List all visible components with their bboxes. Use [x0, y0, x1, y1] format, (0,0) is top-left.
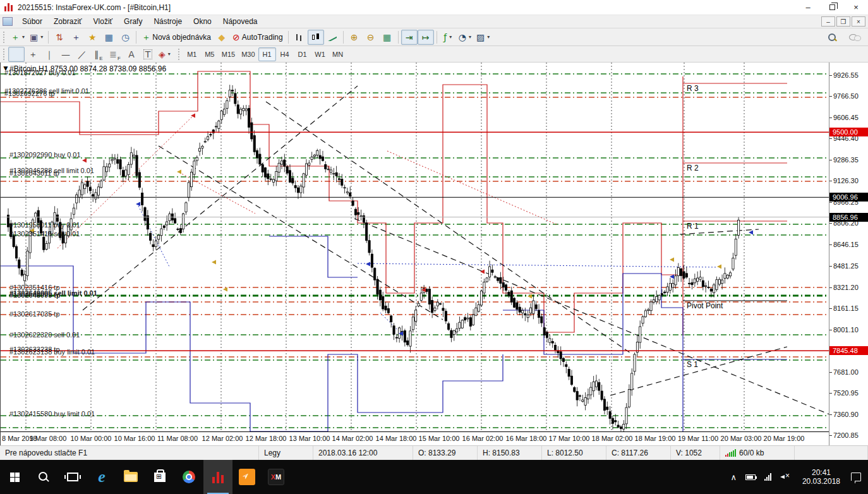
price-tick-label: 7200.85	[833, 431, 859, 439]
timeframe-d1-button[interactable]: D1	[294, 47, 311, 61]
menu-item-zobraziť[interactable]: Zobraziť	[48, 16, 88, 27]
rocket-app-taskbar-button[interactable]	[232, 460, 262, 494]
menu-item-nápoveda[interactable]: Nápoveda	[217, 16, 263, 27]
terminal-button[interactable]: ▦	[100, 30, 117, 45]
battery-icon[interactable]	[742, 460, 759, 494]
trend-line	[83, 86, 358, 310]
zoom-in-button[interactable]: ⊕	[346, 30, 363, 45]
timeframe-w1-button[interactable]: W1	[311, 47, 329, 61]
arrows-tool-button[interactable]: ◈▾	[156, 47, 173, 62]
navigator-button[interactable]: ★	[84, 30, 100, 45]
edge-taskbar-button[interactable]: e	[87, 460, 116, 494]
bar-close-segment: C: 8117.26	[606, 446, 671, 460]
menu-item-okno[interactable]: Okno	[188, 16, 217, 27]
line-chart-button[interactable]	[324, 30, 341, 45]
vertical-line-tool-button[interactable]: ｜	[41, 47, 57, 62]
dropdown-arrow-icon[interactable]: ▾	[449, 34, 452, 40]
new-order-button[interactable]: ＋Nová objednávka	[139, 30, 214, 45]
chart-shift-button[interactable]: ↦	[418, 30, 434, 45]
child-minimize-button[interactable]: –	[821, 16, 835, 27]
restore-icon	[829, 4, 835, 10]
network-icon[interactable]	[761, 460, 775, 494]
volume-muted-icon[interactable]	[777, 460, 795, 494]
periods-button[interactable]: ◔▾	[456, 30, 474, 45]
timeframe-h1-button[interactable]: H1	[258, 47, 276, 61]
timeframe-m15-button[interactable]: M15	[219, 47, 238, 61]
restore-button[interactable]	[820, 0, 844, 15]
text-tool-button[interactable]: A	[123, 47, 140, 62]
tile-windows-button[interactable]: ▦	[379, 30, 395, 45]
autotrading-button[interactable]: ⊘AutoTrading	[230, 30, 286, 45]
new-chart-button[interactable]: ＋▾	[8, 30, 27, 45]
strategy-tester-button[interactable]: ◷	[117, 30, 133, 45]
menu-item-vložiť[interactable]: Vložiť	[88, 16, 119, 27]
cursor-tool-button[interactable]	[8, 47, 25, 62]
metatrader4-taskbar-button[interactable]	[203, 460, 232, 494]
start-button-taskbar-button[interactable]	[0, 460, 29, 494]
text-label-tool-button[interactable]: T	[140, 47, 156, 62]
toolbar-grip[interactable]	[3, 32, 6, 43]
search-button[interactable]	[824, 30, 840, 45]
xm-app-taskbar-button[interactable]: XM	[262, 460, 291, 494]
price-badge: 9500.00	[829, 128, 868, 136]
navigator-icon: ★	[88, 33, 97, 42]
taskbar-clock[interactable]: 20:41 20.03.2018	[797, 468, 845, 486]
account-label: Legy	[264, 449, 280, 457]
taskbar-search-taskbar-button[interactable]	[29, 460, 58, 494]
candlestick-series	[7, 85, 739, 432]
microsoft-store-taskbar-button[interactable]	[145, 460, 174, 494]
close-button[interactable]: ×	[844, 0, 868, 15]
menu-item-grafy[interactable]: Grafy	[118, 16, 148, 27]
timeframe-h4-button[interactable]: H4	[276, 47, 294, 61]
dropdown-arrow-icon[interactable]: ▾	[469, 34, 471, 40]
task-view-taskbar-button[interactable]	[58, 460, 87, 494]
dropdown-arrow-icon[interactable]: ▾	[22, 34, 25, 40]
timeframe-m5-button[interactable]: M5	[201, 47, 219, 61]
drawing-toolbar: ＋｜—／∥E≣FAT◈▾ M1M5M15M30H1H4D1W1MN	[0, 46, 868, 63]
child-restore-button[interactable]: ❒	[836, 16, 850, 27]
timeframe-m30-button[interactable]: M30	[238, 47, 258, 61]
new-chart-icon: ＋	[11, 33, 20, 42]
crosshair-tool-button[interactable]: ＋	[25, 47, 41, 62]
timeframe-m1-button[interactable]: M1	[183, 47, 201, 61]
chart-plot-area[interactable]: ▼#Bitcoin,H1 8753.00 8874.28 8738.09 885…	[0, 63, 829, 445]
fibonacci-tool-icon-subletter: F	[118, 56, 121, 61]
child-close-button[interactable]: ×	[852, 16, 865, 27]
auto-scroll-button[interactable]: ⇥	[401, 30, 418, 45]
dropdown-arrow-icon[interactable]: ▾	[168, 51, 171, 57]
channel-tool-button[interactable]: ∥E	[90, 47, 107, 62]
templates-button[interactable]: ▨▾	[474, 30, 492, 45]
dropdown-arrow-icon[interactable]: ▾	[487, 34, 490, 40]
time-axis[interactable]: 8 Mar 20189 Mar 08:0010 Mar 00:0010 Mar …	[1, 432, 829, 445]
data-window-button[interactable]: ＋	[68, 30, 84, 45]
file-explorer-taskbar-button[interactable]	[116, 460, 145, 494]
minimize-button[interactable]: –	[796, 0, 820, 15]
periods-icon: ◔	[459, 33, 466, 42]
indicators-button[interactable]: ƒ▾	[440, 30, 456, 45]
trend-line	[159, 146, 443, 320]
chat-button[interactable]	[847, 30, 863, 45]
market-watch-button[interactable]: ⇅	[51, 30, 68, 45]
tray-chevron-icon[interactable]: ∧	[727, 460, 740, 494]
chrome-taskbar-button[interactable]	[174, 460, 203, 494]
chart-window-icon[interactable]	[3, 17, 13, 26]
bar-high-segment: H: 8150.83	[478, 446, 542, 460]
bar-chart-button[interactable]	[291, 30, 308, 45]
chart-profiles-button[interactable]: ▣▾	[27, 30, 45, 45]
expert-advisors-button[interactable]: ◆	[214, 30, 230, 45]
candlestick-chart-button[interactable]	[308, 30, 324, 45]
price-tick-label: 7681.00	[833, 368, 859, 376]
toolbar-grip[interactable]	[3, 49, 6, 60]
price-axis[interactable]: 9926.559766.509606.459446.409286.359126.…	[829, 63, 868, 445]
fibonacci-tool-button[interactable]: ≣F	[107, 47, 123, 62]
menu-item-súbor[interactable]: Súbor	[16, 16, 48, 27]
order-label: #1301958011 buy 0.01	[9, 221, 80, 229]
timeframe-mn-button[interactable]: MN	[329, 47, 347, 61]
horizontal-line-tool-button[interactable]: —	[57, 47, 74, 62]
trendline-tool-button[interactable]: ／	[74, 47, 90, 62]
zoom-out-button[interactable]: ⊖	[363, 30, 379, 45]
toolbar-grip[interactable]	[178, 49, 181, 60]
menu-item-nástroje[interactable]: Nástroje	[148, 16, 188, 27]
dropdown-arrow-icon[interactable]: ▾	[40, 34, 43, 40]
action-center-icon[interactable]	[848, 460, 864, 494]
